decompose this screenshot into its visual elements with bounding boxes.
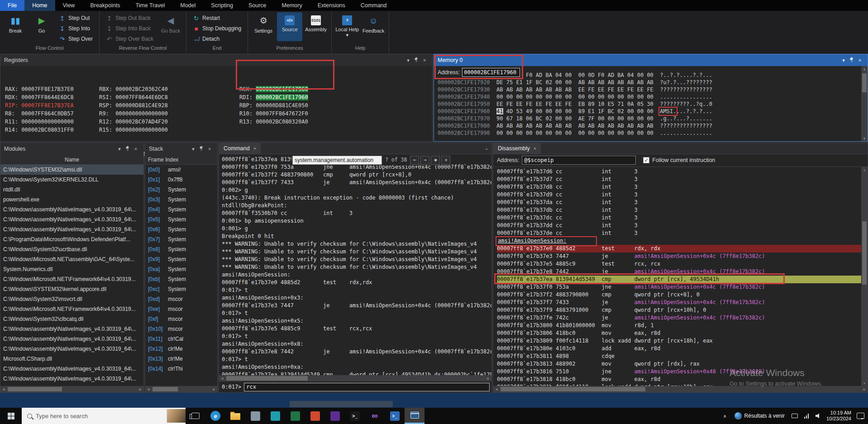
- taskbar-app-purple-icon[interactable]: [325, 408, 345, 424]
- taskbar-edge-icon[interactable]: e: [205, 408, 225, 424]
- module-item[interactable]: C:\ProgramData\Microsoft\Windows Defende…: [0, 234, 143, 244]
- modules-horizontal-scrollbar[interactable]: ◂ ▸: [0, 386, 143, 392]
- stack-frame[interactable]: [0xa]System: [145, 264, 217, 274]
- stack-frame[interactable]: [0x12]clr!Me: [145, 344, 217, 354]
- taskbar-app-teal-icon[interactable]: [265, 408, 285, 424]
- chevron-down-icon[interactable]: ▾: [404, 57, 412, 63]
- break-button[interactable]: ▮▮Break: [3, 12, 28, 41]
- module-item[interactable]: C:\Windows\System32\msvcrt.dll: [0, 294, 143, 304]
- module-item[interactable]: C:\Windows\SYSTEM32\amsi.dll: [0, 165, 143, 175]
- module-item[interactable]: System.Numerics.dll: [0, 264, 143, 274]
- scroll-right-icon[interactable]: ▸: [137, 386, 143, 392]
- chevron-down-icon[interactable]: ▾: [839, 57, 848, 63]
- tab-breakpoints[interactable]: Breakpoints: [82, 0, 128, 11]
- disassembly-tab[interactable]: Disassembly ×: [493, 143, 541, 154]
- pin-icon[interactable]: [412, 57, 420, 63]
- tab-command[interactable]: Command: [353, 0, 395, 11]
- scroll-down-icon[interactable]: ▾: [861, 136, 868, 141]
- network-tray-icon[interactable]: [803, 412, 810, 419]
- module-item[interactable]: C:\Windows\Microsoft.NET\assembly\GAC_64…: [0, 254, 143, 264]
- stack-frame[interactable]: [0xe]mscor: [145, 304, 217, 314]
- taskbar-terminal-icon[interactable]: >_: [345, 408, 365, 424]
- step-into-back-button[interactable]: ↧Step Into Back: [104, 24, 155, 33]
- taskbar-search-box[interactable]: [22, 408, 186, 424]
- stack-frame[interactable]: [0xf]mscor: [145, 314, 217, 324]
- panel-menu-chevron-icon[interactable]: ⌄: [482, 143, 491, 154]
- find-input[interactable]: [292, 156, 382, 165]
- stack-frame[interactable]: [0x6]System: [145, 224, 217, 234]
- tab-source[interactable]: Source: [241, 0, 274, 11]
- pin-icon[interactable]: [197, 146, 205, 152]
- source-button[interactable]: </>Source: [277, 12, 302, 41]
- volume-tray-icon[interactable]: [815, 412, 822, 419]
- tab-file[interactable]: File: [0, 0, 24, 11]
- feedback-button[interactable]: ☺Feedback: [361, 12, 386, 41]
- find-options-button[interactable]: ✱: [431, 156, 440, 165]
- detach-button[interactable]: ↮Detach: [191, 34, 243, 44]
- module-item[interactable]: powershell.exe: [0, 195, 143, 205]
- start-button[interactable]: [0, 408, 22, 424]
- follow-current-instruction-checkbox[interactable]: ✓: [643, 157, 649, 163]
- scroll-left-icon[interactable]: ◂: [493, 386, 500, 392]
- memory-vertical-scrollbar[interactable]: ▴ ▾: [861, 66, 868, 141]
- display-tray-icon[interactable]: [791, 412, 798, 419]
- disassembly-horizontal-scrollbar[interactable]: ◂ ▸: [493, 386, 868, 392]
- stack-frame[interactable]: [0x10]mscor: [145, 324, 217, 334]
- tab-home[interactable]: Home: [24, 0, 55, 11]
- taskbar-visual-studio-icon[interactable]: ∞: [365, 408, 385, 424]
- stack-column-header[interactable]: Frame Index: [145, 155, 217, 165]
- stack-horizontal-scrollbar[interactable]: ◂ ▸: [145, 386, 217, 392]
- step-over-button[interactable]: ↷Step Over: [57, 34, 95, 44]
- stack-frame[interactable]: [0x2]System: [145, 185, 217, 195]
- stop-debugging-button[interactable]: ■Stop Debugging: [191, 24, 243, 33]
- step-over-back-button[interactable]: ↶Step Over Back: [104, 34, 155, 44]
- find-next-button[interactable]: →: [420, 156, 429, 165]
- module-item[interactable]: C:\Windows\System32\clbcatq.dll: [0, 314, 143, 324]
- tab-view[interactable]: View: [55, 0, 83, 11]
- assembly-button[interactable]: 0101Assembly: [303, 12, 329, 41]
- close-icon[interactable]: ×: [856, 57, 864, 63]
- modules-column-header[interactable]: Name: [0, 155, 143, 165]
- module-item[interactable]: C:\Windows\assembly\NativeImages_v4.0.30…: [0, 364, 143, 374]
- search-highlight-image[interactable]: [167, 409, 186, 423]
- scroll-left-icon[interactable]: ◂: [145, 386, 152, 392]
- module-item[interactable]: C:\Windows\assembly\NativeImages_v4.0.30…: [0, 324, 143, 334]
- pin-icon[interactable]: [848, 57, 856, 63]
- stack-frame[interactable]: [0x5]System: [145, 214, 217, 224]
- pin-icon[interactable]: [124, 146, 132, 152]
- close-icon[interactable]: ×: [205, 146, 214, 152]
- search-input[interactable]: [36, 413, 163, 419]
- module-item[interactable]: C:\Windows\assembly\NativeImages_v4.0.30…: [0, 344, 143, 354]
- stack-frame[interactable]: [0x11]clr!Cal: [145, 334, 217, 344]
- disassembly-vertical-scrollbar[interactable]: ▴ ▾: [861, 167, 868, 386]
- taskbar-task-view-icon[interactable]: [186, 408, 205, 424]
- tab-model[interactable]: Model: [172, 0, 203, 11]
- tab-time-travel[interactable]: Time Travel: [128, 0, 172, 11]
- chevron-down-icon[interactable]: ▾: [115, 146, 124, 152]
- find-previous-button[interactable]: ←: [410, 156, 419, 165]
- taskbar-app-red-icon[interactable]: [305, 408, 325, 424]
- stack-frame[interactable]: [0x13]clr!Me: [145, 354, 217, 364]
- stack-frame[interactable]: [0x4]System: [145, 205, 217, 214]
- scroll-up-icon[interactable]: ▴: [861, 66, 868, 71]
- scroll-down-icon[interactable]: ▾: [861, 381, 868, 386]
- tab-memory[interactable]: Memory: [274, 0, 310, 11]
- stack-frame[interactable]: [0x9]System: [145, 254, 217, 264]
- tab-scripting[interactable]: Scripting: [203, 0, 241, 11]
- module-item[interactable]: C:\Windows\assembly\NativeImages_v4.0.30…: [0, 214, 143, 224]
- module-item[interactable]: C:\Windows\assembly\NativeImages_v4.0.30…: [0, 334, 143, 344]
- command-input[interactable]: [244, 383, 490, 391]
- scroll-left-icon[interactable]: ◂: [219, 375, 225, 381]
- stack-frame[interactable]: [0x8]System: [145, 244, 217, 254]
- chevron-down-icon[interactable]: ▾: [189, 146, 197, 152]
- module-item[interactable]: C:\Windows\SYSTEM32\kernel.appcore.dll: [0, 284, 143, 294]
- stack-frame[interactable]: [0xd]mscor: [145, 294, 217, 304]
- close-icon[interactable]: ×: [253, 146, 256, 151]
- disassembly-address-input[interactable]: [522, 156, 636, 165]
- news-widget-button[interactable]: Résultats à venir: [733, 408, 787, 424]
- close-icon[interactable]: ×: [420, 57, 429, 63]
- stack-frame[interactable]: [0xc]System: [145, 284, 217, 294]
- taskbar-app-gray-icon[interactable]: [245, 408, 265, 424]
- scroll-right-icon[interactable]: ▸: [861, 386, 868, 392]
- tab-extensions[interactable]: Extensions: [310, 0, 353, 11]
